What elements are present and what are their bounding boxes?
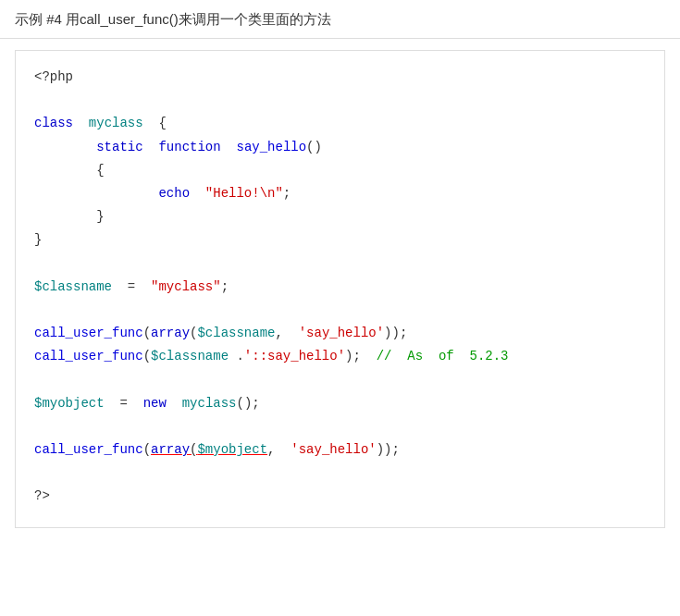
line-echo: echo "Hello!\n"; bbox=[34, 182, 646, 205]
line-open-brace1: { bbox=[34, 159, 646, 182]
line-call3: call_user_func(array($myobject, 'say_hel… bbox=[34, 438, 646, 462]
line-close-brace1: } bbox=[34, 205, 646, 228]
line-php-open: <?php bbox=[34, 66, 646, 89]
page-title: 示例 #4 用call_user_func()来调用一个类里面的方法 bbox=[0, 0, 680, 39]
line-static-func: static function say_hello() bbox=[34, 136, 646, 159]
line-call2: call_user_func($classname .'::say_hello'… bbox=[34, 345, 646, 368]
code-container: <?php class myclass { static function sa… bbox=[15, 50, 665, 528]
line-class-decl: class myclass { bbox=[34, 112, 646, 135]
line-php-close: ?> bbox=[34, 485, 646, 508]
line-myobject-assign: $myobject = new myclass(); bbox=[34, 392, 646, 415]
line-classname-assign: $classname = "myclass"; bbox=[34, 276, 646, 299]
line-close-class: } bbox=[34, 228, 646, 252]
line-call1: call_user_func(array($classname, 'say_he… bbox=[34, 322, 646, 345]
